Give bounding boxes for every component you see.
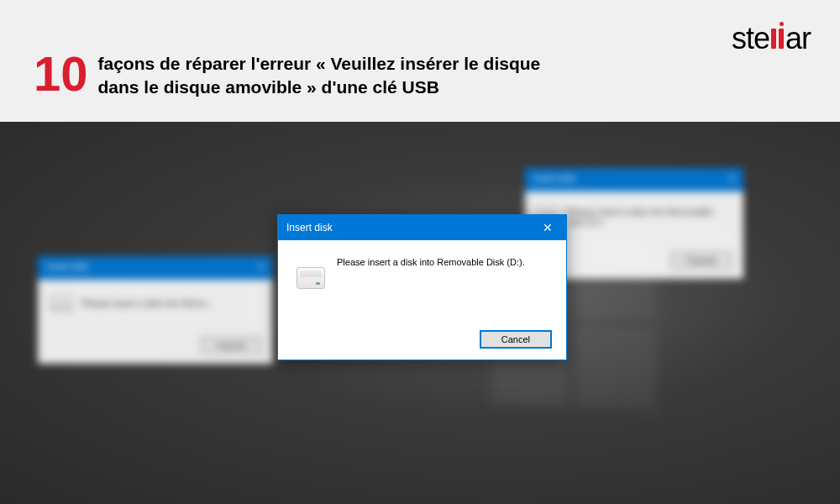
bg-dialog-title: Insert disk [46, 261, 88, 275]
dialog-message: Please insert a disk into Removable Disk… [337, 255, 525, 267]
close-icon: X [729, 173, 735, 186]
brand-text-pre: ste [732, 21, 769, 55]
background-dialog-left: Insert disk X Please insert a disk into … [38, 256, 273, 364]
article-title-block: 10 façons de réparer l'erreur « Veuillez… [34, 52, 569, 100]
dialog-title: Insert disk [286, 222, 333, 234]
bg-dialog-titlebar: Insert disk X [38, 256, 273, 280]
brand-logo: stear [732, 21, 811, 56]
bg-cancel-button: Cancel [201, 337, 261, 354]
dialog-button-row: Cancel [290, 331, 554, 348]
bg-dialog-titlebar: Insert disk X [525, 168, 743, 192]
bg-cancel-button: Cancel [671, 252, 732, 269]
cancel-button[interactable]: Cancel [480, 331, 551, 348]
removable-drive-icon [297, 267, 325, 289]
brand-bars-icon [771, 29, 784, 49]
brand-text-post: ar [785, 21, 811, 55]
close-button[interactable]: ✕ [528, 215, 566, 240]
article-header: stear 10 façons de réparer l'erreur « Ve… [0, 0, 840, 122]
insert-disk-dialog: Insert disk ✕ Please insert a disk into … [277, 214, 567, 360]
dialog-titlebar[interactable]: Insert disk ✕ [278, 215, 566, 240]
close-icon: ✕ [543, 221, 553, 234]
drive-icon [50, 295, 73, 312]
close-icon: X [259, 261, 265, 275]
dialog-body: Please insert a disk into Removable Disk… [278, 240, 566, 360]
bg-dialog-message: Please insert a disk into Removable Disk… [566, 207, 732, 227]
bg-dialog-body: Please insert a disk into Remo... Cancel [38, 280, 273, 364]
bg-dialog-title: Insert disk [533, 173, 575, 186]
desktop-background: Insert disk X Please insert a disk into … [0, 122, 840, 504]
title-text: façons de réparer l'erreur « Veuillez in… [98, 52, 569, 100]
bg-dialog-message: Please insert a disk into Remo... [81, 298, 214, 308]
title-number: 10 [34, 52, 88, 96]
